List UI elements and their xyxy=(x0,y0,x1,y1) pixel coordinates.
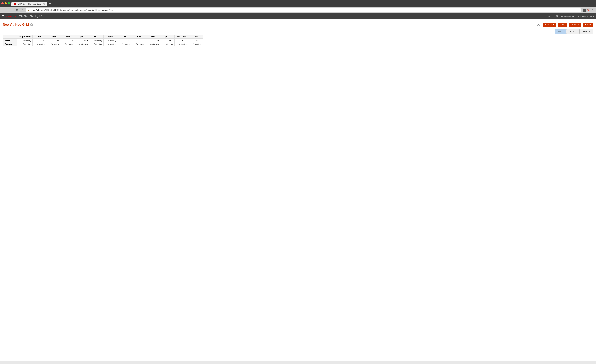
row-header-sales: Sales xyxy=(3,39,17,42)
col-feb: Feb xyxy=(47,35,61,39)
cell-account-qtr4[interactable]: #missing xyxy=(160,42,174,46)
cell-sales-oct[interactable]: 33 xyxy=(118,39,132,42)
app-header: ☰ ORACLE EPM Cloud Planning: 2Dim ⌂ ? ⊞ … xyxy=(0,13,596,20)
table-row: Sales #missing 14 14 14 42.0 #missing #m… xyxy=(3,39,203,42)
cell-account-nov[interactable]: #missing xyxy=(132,42,146,46)
col-time: Time xyxy=(189,35,203,39)
tab-close-button[interactable]: ✕ xyxy=(43,3,45,5)
lock-icon: 🔒 xyxy=(27,9,30,11)
col-nov: Nov xyxy=(132,35,146,39)
tab-adhoc[interactable]: Ad hoc xyxy=(566,29,580,34)
browser-tab[interactable]: EPM Cloud Planning: 2Dim ✕ xyxy=(11,2,47,6)
person-icon xyxy=(536,22,540,26)
info-icon[interactable]: ℹ xyxy=(30,23,33,26)
col-jan: Jan xyxy=(32,35,47,39)
bookmark-icon[interactable]: 🔖 xyxy=(587,8,590,12)
corner-cell xyxy=(3,35,17,39)
cell-sales-qtr3[interactable]: #missing xyxy=(104,39,118,42)
cell-account-oct[interactable]: #missing xyxy=(118,42,132,46)
traffic-light-red[interactable] xyxy=(1,2,4,4)
app-title: EPM Cloud Planning: 2Dim xyxy=(18,15,44,18)
row-header-account: Account xyxy=(3,42,17,46)
cell-account-qtr2[interactable]: #missing xyxy=(89,42,104,46)
data-grid: BegBalance Jan Feb Mar Qtr1 Qtr2 Qtr3 Oc… xyxy=(3,35,203,46)
cell-account-mar[interactable]: #missing xyxy=(61,42,75,46)
cell-sales-mar[interactable]: 14 xyxy=(61,39,75,42)
new-tab-button[interactable]: + xyxy=(48,1,52,6)
traffic-light-yellow[interactable] xyxy=(5,2,7,4)
hamburger-menu[interactable]: ☰ xyxy=(2,15,5,18)
tab-bar: Data Ad hoc Format xyxy=(3,29,593,34)
reload-button[interactable]: ↻ xyxy=(15,8,19,12)
address-bar-container: 🔒 xyxy=(26,8,581,12)
extensions-icon[interactable]: ⋯ xyxy=(582,8,586,12)
cell-sales-jan[interactable]: 14 xyxy=(32,39,47,42)
col-yeartotal: YearTotal xyxy=(174,35,189,39)
cell-sales-time[interactable]: 141.0 xyxy=(189,39,203,42)
grid-container: BegBalance Jan Feb Mar Qtr1 Qtr2 Qtr3 Oc… xyxy=(3,35,593,46)
cell-sales-yeartotal[interactable]: 141.0 xyxy=(174,39,189,42)
cell-account-yeartotal[interactable]: #missing xyxy=(174,42,189,46)
tab-data[interactable]: Data xyxy=(555,29,566,34)
home-button[interactable]: ⌂ xyxy=(20,8,24,12)
col-qtr1: Qtr1 xyxy=(75,35,89,39)
help-icon[interactable]: ? xyxy=(552,15,553,18)
actions-button[interactable]: Actions ▾ xyxy=(543,22,556,27)
grid-icon[interactable]: ⊞ xyxy=(556,15,558,18)
cell-account-dec[interactable]: #missing xyxy=(146,42,160,46)
oracle-logo: ORACLE xyxy=(6,15,17,18)
cell-account-time[interactable]: #missing xyxy=(189,42,203,46)
address-bar[interactable] xyxy=(31,9,580,11)
person-icon-button[interactable] xyxy=(536,22,541,28)
forward-button[interactable]: → xyxy=(8,8,13,12)
col-qtr4: Qtr4 xyxy=(160,35,174,39)
save-button[interactable]: Save xyxy=(558,22,567,27)
col-begbalance: BegBalance xyxy=(17,35,33,39)
tab-title: EPM Cloud Planning: 2Dim xyxy=(18,3,41,5)
refresh-button[interactable]: Refresh xyxy=(569,22,581,27)
user-menu[interactable]: clackpour@mindstreamanalytics.com ▾ xyxy=(560,15,594,18)
home-header-icon[interactable]: ⌂ xyxy=(548,15,550,18)
tab-favicon xyxy=(14,3,16,5)
cell-account-qtr3[interactable]: #missing xyxy=(104,42,118,46)
cell-sales-feb[interactable]: 14 xyxy=(47,39,61,42)
tab-format[interactable]: Format xyxy=(580,29,593,34)
col-qtr3: Qtr3 xyxy=(104,35,118,39)
col-oct: Oct xyxy=(118,35,132,39)
cell-sales-dec[interactable]: 33 xyxy=(146,39,160,42)
back-button[interactable]: ← xyxy=(2,8,7,12)
page-title: New Ad Hoc Grid ℹ xyxy=(3,23,33,26)
svg-point-0 xyxy=(538,23,539,24)
cell-sales-qtr2[interactable]: #missing xyxy=(89,39,104,42)
col-qtr2: Qtr2 xyxy=(89,35,104,39)
cell-account-begbalance[interactable]: #missing xyxy=(17,42,33,46)
browser-icon-bar: ⋯ 🔖 ☆ xyxy=(582,8,594,12)
cell-sales-qtr4[interactable]: 99.0 xyxy=(160,39,174,42)
cell-sales-nov[interactable]: 33 xyxy=(132,39,146,42)
close-button[interactable]: Close xyxy=(583,22,593,27)
traffic-light-green[interactable] xyxy=(8,2,10,4)
col-dec: Dec xyxy=(146,35,160,39)
cell-account-feb[interactable]: #missing xyxy=(47,42,61,46)
table-row: Account #missing #missing #missing #miss… xyxy=(3,42,203,46)
table-header-row: BegBalance Jan Feb Mar Qtr1 Qtr2 Qtr3 Oc… xyxy=(3,35,203,39)
cell-sales-qtr1[interactable]: 42.0 xyxy=(75,39,89,42)
cell-sales-begbalance[interactable]: #missing xyxy=(17,39,33,42)
col-mar: Mar xyxy=(61,35,75,39)
star-icon[interactable]: ☆ xyxy=(591,8,594,12)
cell-account-jan[interactable]: #missing xyxy=(32,42,47,46)
cell-account-qtr1[interactable]: #missing xyxy=(75,42,89,46)
